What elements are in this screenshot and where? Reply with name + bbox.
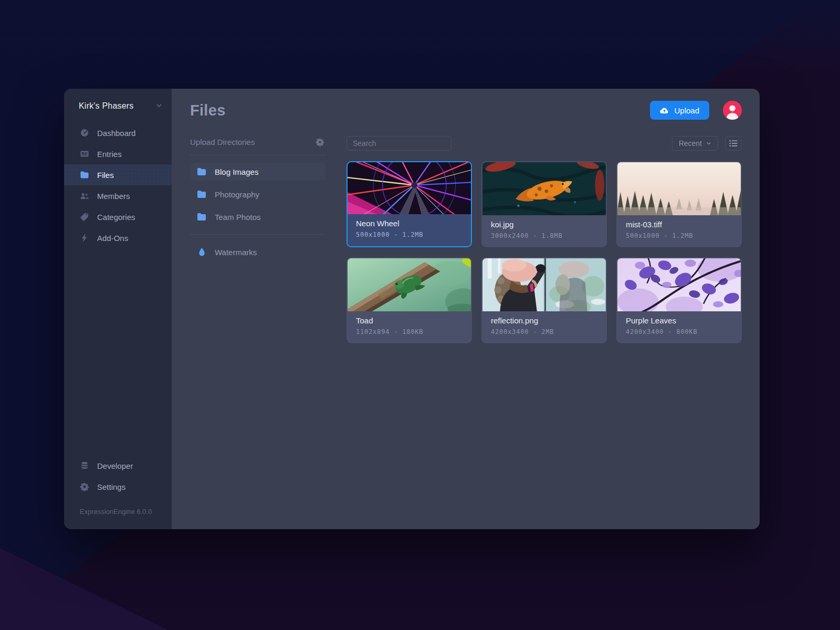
directory-item-label: Watermarks bbox=[215, 248, 257, 257]
sidebar-item-label: Developer bbox=[97, 461, 133, 470]
sidebar-nav: Dashboard Entries Files Members bbox=[64, 122, 172, 248]
file-thumbnail bbox=[617, 258, 741, 311]
file-card-koi[interactable]: koi.jpg 3000x2400 - 1.8MB bbox=[481, 161, 607, 247]
app-version: ExpressionEngine 6.0.0 bbox=[64, 497, 172, 519]
files-panel: Recent bbox=[346, 136, 742, 343]
directory-item-watermarks[interactable]: Watermarks bbox=[190, 243, 326, 261]
file-name: reflection.png bbox=[491, 316, 597, 325]
file-thumbnail bbox=[482, 162, 606, 215]
folder-icon bbox=[197, 190, 207, 198]
upload-directories-panel: Upload Directories Blog Images bbox=[190, 136, 326, 343]
avatar[interactable] bbox=[723, 101, 742, 120]
sidebar-item-files[interactable]: Files bbox=[64, 164, 172, 185]
chevron-down-icon bbox=[706, 141, 711, 146]
sidebar-item-label: Members bbox=[97, 192, 130, 201]
file-name: mist-03.tiff bbox=[626, 220, 732, 229]
file-meta: 4200x3400 - 800KB bbox=[626, 328, 732, 335]
file-meta: 3000x2400 - 1.8MB bbox=[491, 232, 597, 239]
water-drop-icon bbox=[197, 248, 207, 256]
file-meta: 4200x3400 - 2MB bbox=[491, 328, 597, 335]
tag-icon bbox=[80, 212, 89, 222]
sidebar-item-label: Categories bbox=[97, 213, 135, 222]
sidebar-item-label: Dashboard bbox=[97, 129, 135, 138]
sort-dropdown[interactable]: Recent bbox=[672, 136, 718, 151]
directory-item-team-photos[interactable]: Team Photos bbox=[190, 208, 326, 226]
directory-item-blog-images[interactable]: Blog Images bbox=[190, 163, 326, 181]
sidebar-item-entries[interactable]: Entries bbox=[64, 143, 172, 164]
sidebar-item-label: Files bbox=[97, 171, 114, 180]
search-input[interactable] bbox=[346, 136, 452, 151]
app-window: Kirk's Phasers Dashboard Entries bbox=[64, 89, 760, 529]
newspaper-icon bbox=[80, 149, 89, 159]
cloud-upload-icon bbox=[660, 107, 669, 114]
sidebar: Kirk's Phasers Dashboard Entries bbox=[64, 89, 172, 529]
file-name: Neon Wheel bbox=[356, 219, 463, 228]
gauge-icon bbox=[80, 128, 89, 138]
sidebar-item-categories[interactable]: Categories bbox=[64, 206, 172, 227]
file-card-reflection[interactable]: reflection.png 4200x3400 - 2MB bbox=[481, 257, 607, 343]
folder-icon bbox=[197, 213, 207, 221]
site-name: Kirk's Phasers bbox=[79, 101, 134, 111]
sidebar-item-dashboard[interactable]: Dashboard bbox=[64, 122, 172, 143]
sidebar-item-addons[interactable]: Add-Ons bbox=[64, 227, 172, 248]
file-thumbnail bbox=[348, 162, 471, 214]
sidebar-item-members[interactable]: Members bbox=[64, 185, 172, 206]
database-icon bbox=[80, 461, 89, 470]
list-view-button[interactable] bbox=[725, 136, 742, 151]
sort-dropdown-label: Recent bbox=[679, 139, 702, 148]
page-header: Files Upload bbox=[190, 100, 742, 120]
site-switcher[interactable]: Kirk's Phasers bbox=[64, 89, 172, 122]
directories-divider bbox=[190, 155, 326, 155]
file-meta: 1102x894 - 180KB bbox=[356, 328, 463, 335]
sidebar-item-settings[interactable]: Settings bbox=[64, 476, 172, 497]
gear-icon bbox=[80, 482, 89, 491]
file-card-purple-leaves[interactable]: Purple Leaves 4200x3400 - 800KB bbox=[616, 257, 742, 343]
file-card-neon-wheel[interactable]: Neon Wheel 500x1000 - 1.2MB bbox=[346, 161, 472, 247]
upload-button-label: Upload bbox=[674, 106, 699, 115]
bolt-icon bbox=[80, 233, 89, 243]
file-thumbnail bbox=[348, 258, 471, 311]
background-top-band bbox=[0, 0, 840, 74]
watermarks-divider bbox=[190, 234, 326, 235]
sidebar-item-label: Add-Ons bbox=[97, 234, 128, 243]
file-grid: Neon Wheel 500x1000 - 1.2MB bbox=[346, 161, 742, 343]
main-area: Files Upload Upload Directories bbox=[172, 89, 760, 529]
sidebar-item-label: Settings bbox=[97, 482, 125, 491]
file-thumbnail bbox=[617, 162, 741, 215]
file-card-toad[interactable]: Toad 1102x894 - 180KB bbox=[346, 257, 472, 343]
page-title: Files bbox=[190, 102, 226, 119]
sidebar-item-developer[interactable]: Developer bbox=[64, 455, 172, 476]
file-name: Toad bbox=[356, 316, 463, 325]
members-icon bbox=[80, 191, 89, 201]
sidebar-item-label: Entries bbox=[97, 150, 122, 159]
file-name: koi.jpg bbox=[491, 220, 597, 229]
folder-icon bbox=[80, 170, 89, 180]
directory-item-label: Blog Images bbox=[215, 167, 258, 176]
upload-button[interactable]: Upload bbox=[650, 101, 709, 120]
file-thumbnail bbox=[482, 258, 606, 311]
file-meta: 500x1000 - 1.2MB bbox=[626, 232, 732, 239]
directory-item-label: Photography bbox=[215, 190, 259, 199]
file-name: Purple Leaves bbox=[626, 316, 732, 325]
directory-item-label: Team Photos bbox=[215, 213, 261, 222]
sidebar-footer-nav: Developer Settings ExpressionEngine 6.0.… bbox=[64, 455, 172, 529]
directories-heading: Upload Directories bbox=[190, 138, 255, 146]
directories-settings-button[interactable] bbox=[314, 136, 326, 148]
directory-item-photography[interactable]: Photography bbox=[190, 185, 326, 203]
files-toolbar: Recent bbox=[346, 136, 742, 151]
file-card-mist[interactable]: mist-03.tiff 500x1000 - 1.2MB bbox=[616, 161, 742, 247]
file-meta: 500x1000 - 1.2MB bbox=[356, 231, 463, 238]
chevron-down-icon bbox=[156, 101, 162, 111]
folder-icon bbox=[197, 167, 207, 176]
